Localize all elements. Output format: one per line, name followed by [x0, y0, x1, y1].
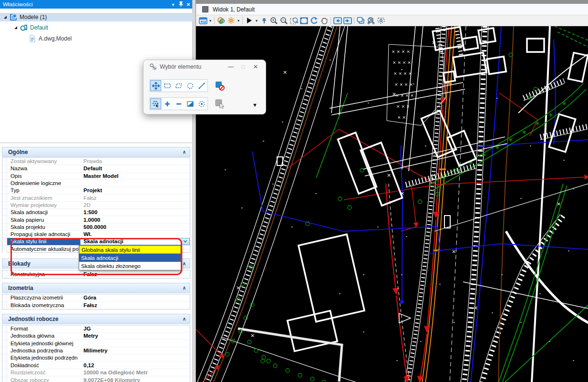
- prop-row[interactable]: Skala papieru1.0000: [2, 216, 190, 223]
- section-rows-isometric: Płaszczyzna izometriiGóra Blokada izomet…: [2, 294, 190, 310]
- clip-volume-icon[interactable]: [366, 16, 376, 25]
- combobox-value: Skala adnotacji: [81, 238, 181, 244]
- properties-titlebar: Właściwości ▾ ✕: [0, 0, 192, 9]
- maximize-icon[interactable]: □: [237, 62, 249, 72]
- chevron-down-icon[interactable]: ▾: [169, 0, 177, 8]
- tree-item-dwg-model[interactable]: A.dwg,Model: [0, 34, 221, 43]
- tree-item-label: A.dwg,Model: [39, 35, 72, 42]
- section-header-working-units[interactable]: Jednostki robocze ∧: [2, 314, 190, 324]
- collapse-icon[interactable]: ∧: [183, 285, 186, 290]
- prop-row[interactable]: Dokładność0,12: [2, 361, 190, 369]
- shape-selection-icon[interactable]: [173, 80, 184, 91]
- section-header-general[interactable]: Ogólne ∧: [2, 147, 190, 157]
- prop-row-line-style-scale[interactable]: Skala stylu linii Skala adnotacji: [2, 238, 190, 245]
- block-selection-icon[interactable]: [162, 80, 173, 91]
- clip-mask-icon[interactable]: [376, 16, 386, 25]
- pin-icon[interactable]: [177, 0, 185, 8]
- fit-view-icon[interactable]: [299, 16, 309, 25]
- more-options-icon[interactable]: ▼: [252, 102, 258, 108]
- svg-text:×: ×: [400, 190, 404, 196]
- window-area-icon[interactable]: [289, 16, 299, 25]
- tree-circle-symbols: [226, 53, 537, 382]
- chevron-down-icon[interactable]: ▾: [254, 19, 259, 23]
- section-rows-locks: KonstrukcyjnaFałsz: [2, 270, 190, 279]
- collapse-icon[interactable]: ∧: [183, 261, 186, 266]
- dropdown-option-compound-object-scale[interactable]: Skala obiektu złożonego: [79, 262, 181, 270]
- zoom-in-icon[interactable]: [269, 16, 279, 25]
- line-style-scale-combobox[interactable]: Skala adnotacji: [80, 238, 190, 245]
- prop-row[interactable]: Został aktywowanyPrawda: [2, 158, 190, 165]
- prop-row[interactable]: Obszar roboczy9.0072E+08 Kilometry: [2, 376, 190, 382]
- select-element-icon[interactable]: [150, 80, 161, 91]
- zoom-out-icon[interactable]: [279, 16, 289, 25]
- prop-row[interactable]: Rozdzielczość10000 na Odległość Metr: [2, 369, 190, 376]
- svg-text:×: ×: [236, 285, 240, 291]
- prop-row[interactable]: Jednostka podrzędnaMilimetry: [2, 347, 190, 354]
- dropdown-option-annotation-scale[interactable]: Skala adnotacji: [79, 254, 181, 262]
- view-top-frame: [196, 0, 588, 4]
- individual-mode-icon[interactable]: [150, 98, 161, 109]
- display-style-icon[interactable]: [216, 16, 226, 25]
- prop-row[interactable]: Propaguj skale adnotacjiWł.: [2, 231, 190, 238]
- tree-item-default[interactable]: Default: [0, 23, 206, 32]
- copy-view-icon[interactable]: [356, 16, 366, 25]
- invert-mode-icon[interactable]: [185, 98, 196, 109]
- subtract-mode-icon[interactable]: [173, 98, 184, 109]
- dropdown-option-global-line-style-scale[interactable]: Globalna skala stylu linii: [79, 246, 181, 254]
- prop-row[interactable]: KonstrukcyjnaFałsz: [2, 270, 190, 278]
- prop-row[interactable]: FormatJG: [2, 325, 190, 332]
- select-all-icon[interactable]: [215, 99, 225, 109]
- collapse-icon[interactable]: ∧: [183, 316, 186, 321]
- expander-icon[interactable]: [13, 25, 18, 30]
- view-window-icon[interactable]: [202, 6, 208, 12]
- prop-row[interactable]: Etykieta jednostki głównej: [2, 340, 190, 347]
- chevron-down-icon[interactable]: ▾: [208, 19, 213, 23]
- prop-row[interactable]: Skala projektu500.0000: [2, 224, 190, 231]
- prop-row[interactable]: Skala adnotacji1:500: [2, 209, 190, 216]
- prop-row[interactable]: TypProjekt: [2, 187, 190, 194]
- svg-text:×: ×: [387, 172, 391, 178]
- view-titlebar[interactable]: Widok 1, Default: [196, 4, 588, 15]
- svg-text:×: ×: [250, 332, 255, 339]
- pan-view-icon[interactable]: [319, 16, 329, 25]
- prop-row[interactable]: Jednostka głównaMetry: [2, 332, 190, 340]
- dialog-titlebar[interactable]: Wybór elementu — □ ✕: [144, 60, 266, 73]
- view-attributes-icon[interactable]: [198, 16, 208, 25]
- chevron-down-icon[interactable]: ▾: [236, 19, 241, 23]
- close-icon[interactable]: ✕: [249, 62, 262, 72]
- tree-item-models[interactable]: Modele (1): [0, 13, 195, 21]
- line-selection-icon[interactable]: [196, 80, 207, 91]
- brightness-icon[interactable]: [226, 16, 236, 25]
- prop-row[interactable]: Blokada izometrycznaFałsz: [2, 302, 190, 310]
- collapse-icon[interactable]: ∧: [183, 149, 186, 155]
- prop-row[interactable]: Płaszczyzna izometriiGóra: [2, 294, 190, 302]
- panel-divider: [0, 143, 192, 143]
- combobox-dropdown-button[interactable]: [181, 238, 189, 244]
- building-outlines: [277, 27, 588, 351]
- section-rows-general: Został aktywowanyPrawda NazwaDefault Opi…: [2, 157, 190, 253]
- svg-text:× × × ×: × × × ×: [393, 71, 412, 76]
- tree-item-label: Modele (1): [20, 14, 47, 21]
- prop-row[interactable]: NazwaDefault: [2, 165, 190, 172]
- update-view-icon[interactable]: [259, 16, 269, 25]
- prop-row[interactable]: OpisMaster Model: [2, 173, 190, 180]
- view-next-icon[interactable]: [342, 16, 352, 25]
- minimize-icon[interactable]: —: [225, 62, 237, 72]
- deselect-all-icon[interactable]: [215, 81, 225, 91]
- section-header-isometric[interactable]: Izometria ∧: [2, 283, 190, 293]
- clear-mode-icon[interactable]: [196, 98, 207, 109]
- expander-icon[interactable]: [3, 15, 8, 20]
- prop-row[interactable]: Wymiar projektowy2D: [2, 202, 190, 209]
- prop-row[interactable]: Jest znacznikiemFałsz: [2, 194, 190, 201]
- prop-row[interactable]: Etykieta jednostki podrzędn: [2, 354, 190, 361]
- model-icon: [20, 24, 28, 31]
- view-window: Widok 1, Default ▾ ▾ ▾: [196, 0, 588, 382]
- close-icon[interactable]: ✕: [185, 0, 192, 8]
- circle-selection-icon[interactable]: [185, 80, 196, 91]
- selection-method-group: [149, 79, 208, 92]
- rotate-view-icon[interactable]: [309, 16, 319, 25]
- view-tools-icon[interactable]: [244, 16, 254, 25]
- prop-row[interactable]: Odniesienie logiczne: [2, 180, 190, 187]
- view-previous-icon[interactable]: [332, 16, 342, 25]
- add-mode-icon[interactable]: [162, 98, 173, 109]
